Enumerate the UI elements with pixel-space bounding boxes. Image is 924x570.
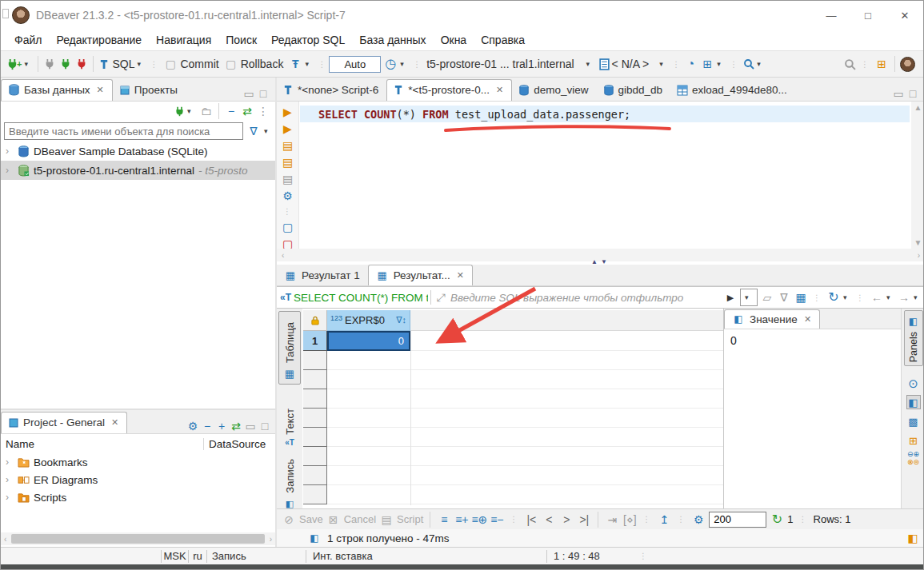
- tree-item-scripts[interactable]: › Scripts: [1, 488, 275, 506]
- execute-statement-icon[interactable]: ▶: [281, 106, 295, 118]
- prev-row-icon[interactable]: <: [542, 512, 556, 527]
- filter-history-dropdown[interactable]: ▾: [740, 289, 758, 306]
- selected-cell[interactable]: 0: [327, 331, 410, 351]
- schema-map-button[interactable]: ⊞▾: [698, 55, 727, 73]
- menu-file[interactable]: Файл: [7, 31, 49, 49]
- column-filter-sort-icon[interactable]: ∇↕: [396, 315, 406, 325]
- tab-value[interactable]: ◧ Значение✕: [724, 309, 820, 329]
- view-menu-icon[interactable]: ⋮: [256, 104, 270, 118]
- object-search-input[interactable]: [4, 122, 243, 140]
- tab-script-7[interactable]: *<t5-prostore-0...✕: [386, 79, 512, 101]
- menu-help[interactable]: Справка: [474, 31, 532, 49]
- fetch-size-input[interactable]: [709, 512, 766, 528]
- duplicate-row-icon[interactable]: ≡⊕: [472, 512, 486, 527]
- dashboard-icon[interactable]: ◔: [683, 57, 698, 71]
- search-metadata-button[interactable]: ▾: [741, 57, 767, 71]
- aggregate-panel-icon[interactable]: ⊞: [906, 433, 921, 448]
- column-header-expr0[interactable]: 123 EXPR$0 ∇↕: [327, 310, 410, 331]
- maximize-editor-icon[interactable]: □: [906, 86, 920, 101]
- grouping-panel-icon[interactable]: ⊙: [906, 376, 921, 390]
- row-number[interactable]: 1: [303, 331, 327, 351]
- unsaved-file-icon[interactable]: ▢: [281, 238, 295, 249]
- apply-filter-icon[interactable]: ▶: [723, 290, 738, 305]
- tree-item-er-diagrams[interactable]: › ER Diagrams: [1, 471, 275, 488]
- commit-mode-selector[interactable]: Auto: [329, 56, 381, 73]
- minimize-view-icon[interactable]: ▭: [243, 419, 258, 433]
- delete-row-icon[interactable]: ≡−: [490, 512, 504, 527]
- references-panel-icon[interactable]: ⊖⊕⊗⊜: [907, 451, 919, 467]
- value-content[interactable]: 0: [724, 329, 924, 352]
- tab-databases[interactable]: Базы данных✕: [1, 79, 113, 101]
- export-result-icon[interactable]: ↥: [657, 512, 671, 527]
- save-button[interactable]: ⊘Save: [282, 512, 323, 527]
- filter-settings-icon[interactable]: ∇: [777, 290, 791, 305]
- tab-project-general[interactable]: Project - General✕: [1, 412, 127, 433]
- sql-editor-button[interactable]: SQL▾: [97, 56, 147, 72]
- first-row-icon[interactable]: |<: [524, 512, 538, 527]
- auto-refresh-icon[interactable]: ↻: [770, 512, 784, 527]
- collapse-all-icon[interactable]: −: [224, 104, 238, 118]
- h-scrollbar-thumb[interactable]: [11, 534, 264, 544]
- reconnect-button[interactable]: [58, 57, 74, 71]
- maximize-view-icon[interactable]: □: [256, 86, 270, 101]
- output-panel-icon[interactable]: ◧: [906, 531, 920, 545]
- connect-button[interactable]: [42, 57, 58, 71]
- cancel-button[interactable]: ⊠Cancel: [326, 512, 376, 527]
- refresh-icon[interactable]: ↻: [826, 290, 841, 305]
- new-folder-icon[interactable]: 🗀: [199, 104, 214, 118]
- tree-item-bookmarks[interactable]: › Bookmarks: [1, 453, 275, 471]
- schema-selector[interactable]: < N/A >▾: [597, 56, 670, 72]
- editor-settings-gear-icon[interactable]: ⚙: [281, 190, 295, 201]
- last-row-icon[interactable]: >|: [577, 512, 591, 527]
- next-row-icon[interactable]: >: [559, 512, 574, 527]
- script-button[interactable]: ▤Script: [379, 512, 423, 527]
- maximize-view-icon[interactable]: □: [258, 419, 272, 433]
- minimize-view-icon[interactable]: ▭: [242, 86, 256, 101]
- menu-navigate[interactable]: Навигация: [149, 31, 218, 49]
- tab-result-2[interactable]: ▦ Результат...✕: [368, 265, 473, 285]
- expand-filter-icon[interactable]: ⤢: [434, 290, 448, 305]
- scroll-right-icon[interactable]: ›: [266, 535, 275, 544]
- expand-all-icon[interactable]: +: [214, 419, 229, 433]
- tab-gibdd-db[interactable]: gibdd_db: [597, 80, 671, 101]
- tree-item-t5-prostore[interactable]: › t5-prostore-01.ru-central1.internal - …: [1, 161, 275, 180]
- transaction-history-button[interactable]: ◷▾: [381, 55, 410, 73]
- tab-demo-view[interactable]: demo_view: [512, 80, 596, 101]
- disconnect-button[interactable]: [74, 57, 90, 71]
- connection-selector[interactable]: t5-prostore-01 ... tral1.internal▾: [424, 56, 596, 72]
- sql-editor[interactable]: ▶ ▶ ▤ ▤ ▤ ⚙ ⋮ ▢ ▢ SELECT COUNT(*) FROM t…: [277, 102, 924, 249]
- dbeaver-perspective-icon[interactable]: [900, 57, 915, 72]
- maximize-button[interactable]: □: [850, 2, 886, 29]
- new-connection-button[interactable]: + ▾: [4, 57, 34, 72]
- link-editor-icon[interactable]: ⇄: [240, 104, 254, 118]
- custom-filter-icon[interactable]: «T: [280, 292, 291, 303]
- quick-search-button[interactable]: [842, 57, 858, 72]
- settings-gear-icon[interactable]: ⚙: [186, 419, 200, 433]
- collapse-all-icon[interactable]: −: [200, 419, 214, 433]
- tab-exload[interactable]: exload_4994de80...: [670, 80, 795, 101]
- menu-sql-editor[interactable]: Редактор SQL: [264, 31, 352, 49]
- fetch-next-segment-icon[interactable]: ⇥: [605, 512, 619, 527]
- nav-forward-icon[interactable]: →: [897, 290, 911, 305]
- new-connection-small-button[interactable]: ▾: [172, 105, 198, 118]
- tab-script-6[interactable]: *<none> Script-6: [277, 80, 386, 101]
- scroll-left-icon[interactable]: ‹: [1, 535, 10, 544]
- value-panel-toggle-icon[interactable]: ◧: [906, 395, 921, 409]
- fetch-all-icon[interactable]: [⋄]: [622, 512, 637, 527]
- menu-window[interactable]: Окна: [434, 31, 474, 49]
- column-header-datasource[interactable]: DataSource: [203, 438, 275, 450]
- tab-result-1[interactable]: ▦ Результат 1: [277, 265, 368, 285]
- open-perspective-button[interactable]: ⊞: [872, 55, 891, 73]
- execute-new-tab-icon[interactable]: ▶: [281, 123, 295, 134]
- editor-v-scrollbar[interactable]: ▲▼: [911, 102, 924, 249]
- execute-script-new-icon[interactable]: ▤: [281, 157, 295, 168]
- export-data-icon[interactable]: ▢: [281, 221, 295, 233]
- tab-projects[interactable]: Проекты: [113, 80, 186, 101]
- menu-search[interactable]: Поиск: [218, 31, 264, 49]
- minimize-editor-icon[interactable]: ▭: [891, 86, 906, 101]
- explain-plan-icon[interactable]: ▤: [281, 173, 295, 185]
- presentation-tab-text[interactable]: Текст «T: [278, 393, 301, 450]
- commit-button[interactable]: ▢Commit: [161, 55, 221, 73]
- close-button[interactable]: ✕: [886, 2, 923, 29]
- metadata-panel-icon[interactable]: ▩: [906, 414, 921, 428]
